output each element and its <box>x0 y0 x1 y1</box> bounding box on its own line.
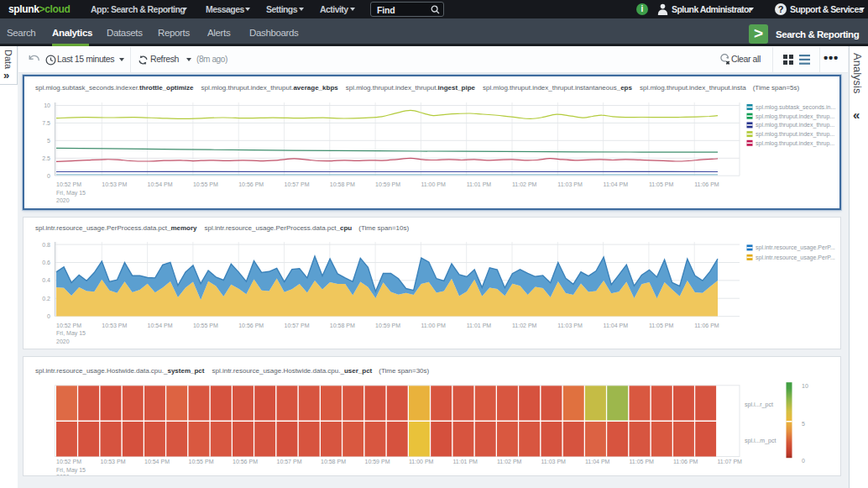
svg-text:10:54 PM: 10:54 PM <box>148 181 173 187</box>
svg-text:5: 5 <box>802 421 805 427</box>
svg-text:11:04 PM: 11:04 PM <box>585 459 610 464</box>
svg-text:11:05 PM: 11:05 PM <box>630 459 655 464</box>
svg-text:11:03 PM: 11:03 PM <box>541 459 567 464</box>
svg-text:Fri, May 15: Fri, May 15 <box>56 467 86 474</box>
svg-text:11:06 PM: 11:06 PM <box>694 181 719 187</box>
svg-text:11:05 PM: 11:05 PM <box>649 323 674 328</box>
svg-text:0: 0 <box>802 458 805 464</box>
svg-text:spl.i...m_pct: spl.i...m_pct <box>745 438 776 444</box>
svg-text:spl.intr.resource_usage.PerP..: spl.intr.resource_usage.PerP... <box>756 244 835 251</box>
svg-text:0: 0 <box>47 173 50 179</box>
svg-text:spl.mlog.thruput.index_thrup..: spl.mlog.thruput.index_thrup... <box>756 140 834 147</box>
svg-text:10:54 PM: 10:54 PM <box>144 459 170 464</box>
svg-text:11:04 PM: 11:04 PM <box>604 323 629 328</box>
svg-text:0.4: 0.4 <box>42 277 50 283</box>
svg-text:10:55 PM: 10:55 PM <box>193 323 218 328</box>
svg-text:10:52 PM: 10:52 PM <box>56 323 81 328</box>
svg-text:11:01 PM: 11:01 PM <box>467 323 492 328</box>
svg-text:2020: 2020 <box>56 338 70 344</box>
svg-text:spl.mlog.subtask_seconds.in...: spl.mlog.subtask_seconds.in... <box>756 104 835 111</box>
svg-text:5: 5 <box>47 138 50 144</box>
svg-text:11:00 PM: 11:00 PM <box>421 181 446 187</box>
svg-text:spl.intr.resource_usage.Hostwi: spl.intr.resource_usage.Hostwide.data.cp… <box>35 367 430 375</box>
svg-text:10:58 PM: 10:58 PM <box>330 323 355 328</box>
svg-text:10:53 PM: 10:53 PM <box>102 323 127 328</box>
svg-text:10:52 PM: 10:52 PM <box>56 459 81 464</box>
svg-text:spl.intr.resource_usage.PerP..: spl.intr.resource_usage.PerP... <box>756 254 835 261</box>
svg-text:10: 10 <box>802 383 808 389</box>
svg-text:2020: 2020 <box>56 197 70 203</box>
svg-text:10:58 PM: 10:58 PM <box>321 459 346 464</box>
svg-text:spl.mlog.thruput.index_thrup..: spl.mlog.thruput.index_thrup... <box>756 113 834 120</box>
svg-text:10:53 PM: 10:53 PM <box>101 459 126 464</box>
svg-text:spl.mlog.thruput.index_thrup..: spl.mlog.thruput.index_thrup... <box>756 131 834 138</box>
svg-text:10:56 PM: 10:56 PM <box>238 181 264 187</box>
svg-text:10:57 PM: 10:57 PM <box>285 323 310 328</box>
svg-text:11:03 PM: 11:03 PM <box>557 323 583 328</box>
svg-text:2.5: 2.5 <box>42 155 50 161</box>
svg-text:11:06 PM: 11:06 PM <box>673 459 698 464</box>
svg-text:10:59 PM: 10:59 PM <box>375 323 400 328</box>
svg-text:11:02 PM: 11:02 PM <box>497 459 522 464</box>
svg-text:11:02 PM: 11:02 PM <box>512 323 537 328</box>
svg-text:10:55 PM: 10:55 PM <box>193 181 218 187</box>
svg-text:11:07 PM: 11:07 PM <box>718 459 743 464</box>
svg-text:spl.mlog.subtask_seconds.index: spl.mlog.subtask_seconds.indexer.throttl… <box>35 84 800 92</box>
svg-text:7.5: 7.5 <box>42 120 50 126</box>
svg-text:spl.intr.resource_usage.PerPro: spl.intr.resource_usage.PerProcess.data.… <box>35 224 410 232</box>
svg-text:spl.mlog.thruput.index_thrup..: spl.mlog.thruput.index_thrup... <box>756 122 834 129</box>
svg-text:10:57 PM: 10:57 PM <box>277 459 302 464</box>
svg-text:10:55 PM: 10:55 PM <box>189 459 214 464</box>
svg-text:spl.i...r_pct: spl.i...r_pct <box>745 401 773 408</box>
svg-text:0.2: 0.2 <box>42 296 50 302</box>
svg-text:2020: 2020 <box>56 474 70 476</box>
svg-text:10:56 PM: 10:56 PM <box>238 323 264 328</box>
svg-text:0: 0 <box>47 313 50 319</box>
svg-text:10:59 PM: 10:59 PM <box>375 181 400 187</box>
svg-text:11:05 PM: 11:05 PM <box>649 181 674 187</box>
svg-text:11:04 PM: 11:04 PM <box>604 181 629 187</box>
svg-text:0.6: 0.6 <box>42 260 50 265</box>
svg-text:Fri, May 15: Fri, May 15 <box>56 330 86 337</box>
svg-text:11:03 PM: 11:03 PM <box>557 181 583 187</box>
svg-text:Fri, May 15: Fri, May 15 <box>56 190 86 197</box>
svg-text:11:06 PM: 11:06 PM <box>694 323 719 328</box>
svg-text:11:01 PM: 11:01 PM <box>467 181 492 187</box>
svg-text:10:56 PM: 10:56 PM <box>233 459 258 464</box>
svg-text:10:54 PM: 10:54 PM <box>148 323 173 328</box>
svg-text:10:52 PM: 10:52 PM <box>56 181 81 187</box>
svg-text:10:58 PM: 10:58 PM <box>330 181 355 187</box>
svg-text:11:02 PM: 11:02 PM <box>512 181 537 187</box>
svg-text:10:57 PM: 10:57 PM <box>285 181 310 187</box>
svg-text:10:53 PM: 10:53 PM <box>102 181 127 187</box>
svg-text:11:01 PM: 11:01 PM <box>453 459 478 464</box>
svg-text:10: 10 <box>44 102 50 108</box>
svg-text:10:59 PM: 10:59 PM <box>365 459 390 464</box>
svg-text:0.8: 0.8 <box>42 242 50 248</box>
svg-text:11:00 PM: 11:00 PM <box>421 323 446 328</box>
svg-text:11:00 PM: 11:00 PM <box>409 459 434 464</box>
